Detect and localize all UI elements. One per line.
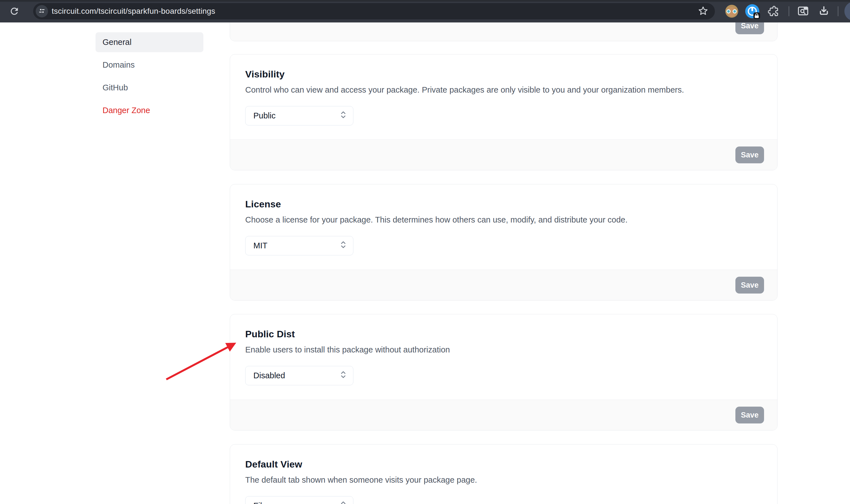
sidebar-item-general[interactable]: General xyxy=(96,32,203,52)
card-description: Control who can view and access your pac… xyxy=(245,85,762,95)
download-button[interactable] xyxy=(817,5,830,18)
select-value: Files xyxy=(254,501,271,504)
bookmark-button[interactable] xyxy=(697,5,709,17)
select-value: MIT xyxy=(254,241,267,250)
card-license: License Choose a license for your packag… xyxy=(230,184,778,301)
chevron-up-down-icon xyxy=(340,369,347,382)
select-value: Public xyxy=(254,111,276,120)
card-description: Choose a license for your package. This … xyxy=(245,215,762,225)
card-visibility: Visibility Control who can view and acce… xyxy=(230,54,778,170)
card-title: Public Dist xyxy=(245,328,762,340)
card-partial-top: Save xyxy=(230,22,778,41)
screen-search-button[interactable] xyxy=(797,5,810,18)
visibility-select[interactable]: Public xyxy=(245,106,353,125)
save-button[interactable]: Save xyxy=(735,407,764,424)
card-title: Visibility xyxy=(245,68,762,80)
settings-page: General Domains GitHub Danger Zone Save … xyxy=(0,22,850,504)
browser-profile-avatar[interactable] xyxy=(844,2,850,21)
site-settings-icon xyxy=(38,7,46,16)
toolbar-separator xyxy=(838,6,838,16)
save-button[interactable]: Save xyxy=(735,22,764,34)
card-footer: Save xyxy=(230,22,777,41)
chevron-up-down-icon xyxy=(340,109,347,122)
extensions-puzzle-icon xyxy=(768,5,780,18)
card-footer: Save xyxy=(230,400,777,430)
reload-icon xyxy=(9,6,20,17)
sidebar-item-danger-zone[interactable]: Danger Zone xyxy=(96,101,203,120)
avatar-glasses-right xyxy=(733,9,737,14)
settings-sidebar: General Domains GitHub Danger Zone xyxy=(96,32,203,123)
bookmark-star-icon xyxy=(697,5,709,17)
address-bar[interactable]: tscircuit.com/tscircuit/sparkfun-boards/… xyxy=(33,3,715,19)
download-icon xyxy=(818,5,830,18)
chevron-up-down-icon xyxy=(340,239,347,252)
password-manager-icon[interactable] xyxy=(745,4,759,18)
public-dist-select[interactable]: Disabled xyxy=(245,366,353,385)
window-frame-strip xyxy=(0,0,850,2)
site-settings-button[interactable] xyxy=(36,5,48,17)
card-description: Enable users to install this package wit… xyxy=(245,345,762,355)
toolbar-separator xyxy=(788,6,789,16)
card-description: The default tab shown when someone visit… xyxy=(245,475,762,485)
save-button[interactable]: Save xyxy=(735,277,764,293)
extensions-button[interactable] xyxy=(768,5,780,18)
reload-button[interactable] xyxy=(8,5,21,18)
sidebar-item-github[interactable]: GitHub xyxy=(96,78,203,98)
card-public-dist: Public Dist Enable users to install this… xyxy=(230,314,778,431)
card-default-view: Default View The default tab shown when … xyxy=(230,444,778,504)
license-select[interactable]: MIT xyxy=(245,236,353,255)
card-title: License xyxy=(245,198,762,210)
lock-icon xyxy=(753,12,760,19)
chevron-up-down-icon xyxy=(340,500,347,504)
profile-avatar-emoji[interactable] xyxy=(725,5,738,18)
card-title: Default View xyxy=(245,458,762,470)
select-value: Disabled xyxy=(254,371,285,380)
url-text[interactable]: tscircuit.com/tscircuit/sparkfun-boards/… xyxy=(52,3,215,19)
save-button[interactable]: Save xyxy=(735,146,764,163)
card-footer: Save xyxy=(230,270,777,300)
browser-toolbar: tscircuit.com/tscircuit/sparkfun-boards/… xyxy=(0,0,850,22)
screen-search-icon xyxy=(797,5,809,18)
card-footer: Save xyxy=(230,140,777,170)
sidebar-item-domains[interactable]: Domains xyxy=(96,55,203,75)
default-view-select[interactable]: Files xyxy=(245,496,353,504)
avatar-glasses-left xyxy=(726,9,731,14)
